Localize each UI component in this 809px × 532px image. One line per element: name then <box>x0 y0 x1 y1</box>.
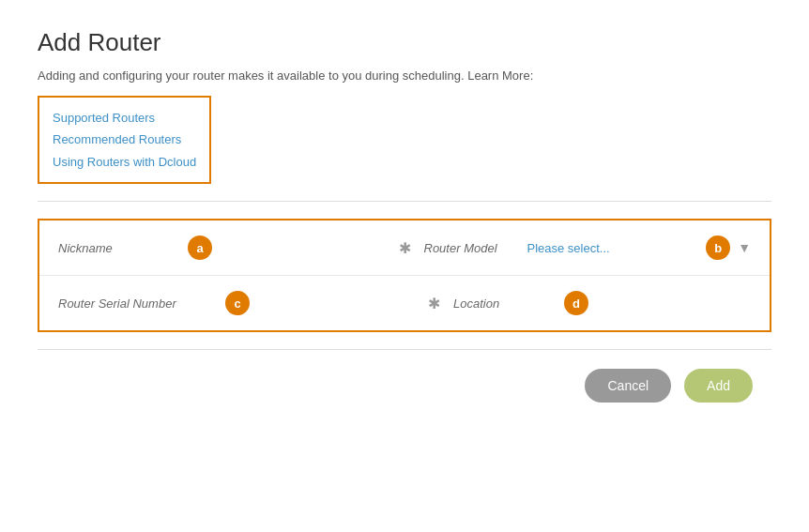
nickname-badge: a <box>188 236 212 260</box>
button-row: Cancel Add <box>38 369 771 403</box>
serial-input[interactable] <box>250 295 415 312</box>
serial-label: Router Serial Number <box>58 296 218 311</box>
form-row-nickname-model: Nickname a ✱ Router Model Please select.… <box>39 220 770 276</box>
description: Adding and configuring your router makes… <box>38 68 771 83</box>
location-input[interactable] <box>588 296 751 311</box>
required-star-2: ✱ <box>428 295 440 312</box>
link-recommended-routers[interactable]: Recommended Routers <box>53 129 196 150</box>
router-model-select[interactable]: Please select... b ▼ <box>527 236 752 260</box>
section-divider <box>38 201 771 202</box>
cancel-button[interactable]: Cancel <box>585 369 671 403</box>
required-star-1: ✱ <box>399 239 411 257</box>
form-row-serial-location: Router Serial Number c ✱ Location d <box>39 276 770 330</box>
page-title: Add Router <box>38 28 771 57</box>
location-badge: d <box>564 291 588 315</box>
nickname-label: Nickname <box>58 241 180 255</box>
nickname-section: Nickname a <box>58 236 386 260</box>
router-model-badge: b <box>706 236 730 260</box>
location-section: Location d <box>453 291 751 315</box>
page-container: Add Router Adding and configuring your r… <box>0 0 809 532</box>
nickname-input[interactable] <box>212 239 386 257</box>
serial-badge: c <box>225 291 250 315</box>
router-model-placeholder: Please select... <box>527 241 699 255</box>
add-button[interactable]: Add <box>684 369 753 403</box>
router-model-section: Router Model Please select... b ▼ <box>424 236 752 260</box>
location-label: Location <box>453 296 557 311</box>
router-model-label: Router Model <box>424 241 527 255</box>
dropdown-arrow-icon: ▼ <box>738 240 751 255</box>
bottom-divider <box>38 349 771 350</box>
links-box: Supported Routers Recommended Routers Us… <box>38 96 211 184</box>
form-box: Nickname a ✱ Router Model Please select.… <box>38 219 771 332</box>
link-using-routers[interactable]: Using Routers with Dcloud <box>53 151 196 173</box>
link-supported-routers[interactable]: Supported Routers <box>53 107 196 129</box>
serial-section: Router Serial Number c <box>58 291 415 315</box>
